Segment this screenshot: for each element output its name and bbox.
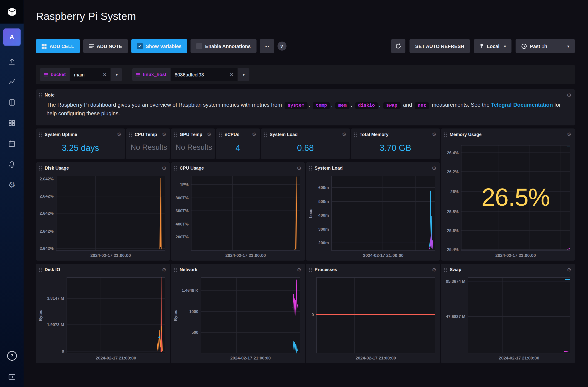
account-avatar[interactable]: A <box>3 28 20 46</box>
drag-handle-icon[interactable] <box>309 267 312 272</box>
chart-processes[interactable]: 02024-02-17 21:00:00 <box>308 274 438 362</box>
svg-text:2.642%: 2.642% <box>40 246 54 251</box>
show-variables-toggle[interactable]: ✓ Show Variables <box>131 39 187 53</box>
chart-canvas[interactable]: 95.3674 M47.6837 M2024-02-17 21:00:00 <box>443 274 573 362</box>
enable-annotations-toggle[interactable]: Enable Annotations <box>190 39 256 53</box>
telegraf-docs-link[interactable]: Telegraf Documentation <box>491 102 553 108</box>
svg-text:Load: Load <box>308 208 313 218</box>
chart-network[interactable]: 1.4648 K1000500Bytes2024-02-17 21:00:00 <box>173 274 303 362</box>
drag-handle-icon[interactable] <box>39 166 42 171</box>
gear-icon[interactable]: ⚙ <box>162 267 167 272</box>
gear-icon[interactable]: ⚙ <box>162 166 167 171</box>
chart-canvas[interactable]: 2.642%2.642%2.642%2.642%2.642%2024-02-17… <box>38 173 168 260</box>
toolbar-help-button[interactable]: ? <box>277 41 286 51</box>
gear-icon[interactable]: ⚙ <box>432 166 437 171</box>
svg-text:95.3674 M: 95.3674 M <box>446 279 465 284</box>
chart-canvas[interactable]: 02024-02-17 21:00:00 <box>308 274 438 362</box>
refresh-button[interactable] <box>391 39 406 53</box>
cell-disk-usage: Disk Usage ⚙ 2.642%2.642%2.642%2.642%2.6… <box>36 162 170 261</box>
variable-name-button[interactable]: linux_host <box>132 68 170 81</box>
settings-icon[interactable]: ⚙ <box>0 174 24 195</box>
upload-data-icon[interactable] <box>0 51 24 72</box>
chevron-down-icon: ▾ <box>504 44 506 48</box>
set-auto-refresh-button[interactable]: SET AUTO REFRESH <box>410 39 470 53</box>
chart-disk-io[interactable]: 3.8147 M1.9073 M0Bytes2024-02-17 21:00:0… <box>38 274 168 362</box>
version-update-icon[interactable] <box>0 373 24 381</box>
drag-handle-icon[interactable] <box>444 267 447 272</box>
clear-icon[interactable]: × <box>103 72 106 77</box>
measurement-tag: diskio <box>355 102 378 109</box>
chart-canvas[interactable]: 1P%800T%600T%400T%200T%2024-02-17 21:00:… <box>173 173 303 260</box>
svg-text:2.642%: 2.642% <box>40 229 54 234</box>
add-cell-button[interactable]: ADD CELL <box>36 39 80 53</box>
chart-canvas[interactable]: 3.8147 M1.9073 M0Bytes2024-02-17 21:00:0… <box>38 274 168 362</box>
time-range-dropdown[interactable]: Past 1h ▾ <box>516 39 575 53</box>
add-note-button[interactable]: ADD NOTE <box>83 39 127 53</box>
chart-canvas[interactable]: 1.4648 K1000500Bytes2024-02-17 21:00:00 <box>173 274 303 362</box>
refresh-icon <box>395 43 401 49</box>
note-text-segment: The Raspberry Pi dashboard gives you an … <box>46 102 283 108</box>
sidebar-bottom: ? <box>0 351 24 387</box>
variable-caret-button[interactable]: ▼ <box>238 68 249 81</box>
timezone-dropdown[interactable]: Local ▾ <box>474 39 511 53</box>
cell-network: Network ⚙ 1.4648 K1000500Bytes2024-02-17… <box>171 264 305 363</box>
drag-handle-icon[interactable] <box>174 267 177 272</box>
drag-handle-icon[interactable] <box>174 166 177 171</box>
svg-text:2024-02-17 21:00:00: 2024-02-17 21:00:00 <box>96 356 136 360</box>
notebooks-icon[interactable] <box>0 92 24 113</box>
svg-text:1P%: 1P% <box>180 182 189 187</box>
help-icon[interactable]: ? <box>7 351 17 361</box>
variable-caret-button[interactable]: ▼ <box>111 68 122 81</box>
overflow-menu-button[interactable]: ··· <box>260 39 274 53</box>
cell-title: CPU Temp <box>135 132 157 137</box>
cell-total-memory: Total Memory ⚙ 3.70 GB <box>351 129 440 159</box>
dashboard-grid: Note ⚙ The Raspberry Pi dashboard gives … <box>36 89 575 363</box>
variable-value-dropdown[interactable]: main × <box>70 68 110 81</box>
tasks-icon[interactable] <box>0 133 24 154</box>
chart-memory-usage[interactable]: 26.4%26.2%26%25.8%25.6%25.4%2024-02-17 2… <box>443 139 573 260</box>
drag-handle-icon[interactable] <box>174 132 177 137</box>
gear-icon[interactable]: ⚙ <box>207 132 211 137</box>
drag-handle-icon[interactable] <box>444 132 447 137</box>
influxdb-logo-icon[interactable] <box>0 0 24 24</box>
gear-icon[interactable]: ⚙ <box>432 267 437 272</box>
gear-icon[interactable]: ⚙ <box>567 132 571 137</box>
svg-text:2024-02-17 21:00:00: 2024-02-17 21:00:00 <box>499 356 539 360</box>
chart-swap[interactable]: 95.3674 M47.6837 M2024-02-17 21:00:00 <box>443 274 573 362</box>
drag-handle-icon[interactable] <box>39 93 42 98</box>
drag-handle-icon[interactable] <box>219 132 222 137</box>
clear-icon[interactable]: × <box>230 72 233 77</box>
gear-icon[interactable]: ⚙ <box>432 132 437 137</box>
dashboard-page: Raspberry Pi System ADD CELL ADD NOTE <box>24 0 588 387</box>
note-text-segment: , <box>379 102 382 108</box>
gear-icon[interactable]: ⚙ <box>567 93 571 98</box>
svg-text:800T%: 800T% <box>176 195 189 200</box>
dashboards-icon[interactable] <box>0 113 24 133</box>
cell-title: Disk Usage <box>45 166 69 171</box>
drag-handle-icon[interactable] <box>129 132 132 137</box>
cell-title: Swap <box>450 267 461 272</box>
alerts-icon[interactable] <box>0 154 24 174</box>
note-text-segment: , <box>331 102 334 108</box>
chart-system-load[interactable]: 600m500m400m300m200mLoad2024-02-17 21:00… <box>308 173 438 260</box>
gear-icon[interactable]: ⚙ <box>297 267 301 272</box>
gear-icon[interactable]: ⚙ <box>162 132 167 137</box>
drag-handle-icon[interactable] <box>264 132 267 137</box>
gear-icon[interactable]: ⚙ <box>252 132 256 137</box>
chart-cpu-usage[interactable]: 1P%800T%600T%400T%200T%2024-02-17 21:00:… <box>173 173 303 260</box>
chart-canvas[interactable]: 600m500m400m300m200mLoad2024-02-17 21:00… <box>308 173 438 260</box>
chart-disk-usage[interactable]: 2.642%2.642%2.642%2.642%2.642%2024-02-17… <box>38 173 168 260</box>
note-text-segment: , <box>351 102 354 108</box>
gear-icon[interactable]: ⚙ <box>297 166 301 171</box>
gear-icon[interactable]: ⚙ <box>117 132 122 137</box>
drag-handle-icon[interactable] <box>39 267 42 272</box>
drag-handle-icon[interactable] <box>39 132 42 137</box>
drag-handle-icon[interactable] <box>354 132 357 137</box>
gear-icon[interactable]: ⚙ <box>342 132 347 137</box>
data-explorer-icon[interactable] <box>0 72 24 92</box>
gear-icon[interactable]: ⚙ <box>567 267 571 272</box>
variable-value-dropdown[interactable]: 8086adfccf93 × <box>170 68 237 81</box>
drag-handle-icon[interactable] <box>309 166 312 171</box>
cell-title: Disk IO <box>45 267 60 272</box>
variable-name-button[interactable]: bucket <box>40 68 70 81</box>
